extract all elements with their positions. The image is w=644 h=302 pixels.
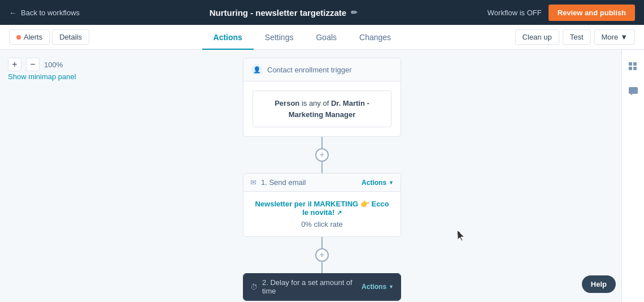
tab-changes[interactable]: Changes [348,26,402,50]
click-rate: 0% click rate [253,220,391,228]
svg-rect-3 [633,67,637,70]
send-email-header: ✉ 1. Send email Actions ▼ [243,174,401,192]
test-button[interactable]: Test [563,29,591,45]
trigger-header-label: Contact enrollment trigger [267,66,352,74]
back-label: Back to workflows [21,8,80,17]
send-email-actions-label: Actions [362,179,386,187]
zoom-percentage: 100% [44,61,63,69]
trigger-is-any-of: is any of [299,99,331,107]
svg-rect-4 [629,87,638,94]
add-step-button-1[interactable]: + [315,148,329,162]
trigger-condition: Person is any of Dr. Martin - Marketing … [253,90,391,127]
delay-header: ⏱ 2. Delay for a set amount of time Acti… [243,274,401,300]
chat-icon[interactable] [622,80,645,103]
email-icon: ✉ [250,178,256,187]
add-step-button-2[interactable]: + [315,248,329,262]
connector-line-4 [321,262,323,273]
delay-actions-label: Actions [362,283,386,291]
send-email-actions-chevron-icon: ▼ [389,180,394,185]
help-button[interactable]: Help [582,275,616,293]
svg-rect-0 [629,62,632,66]
review-publish-button[interactable]: Review and publish [549,5,635,21]
delay-clock-icon: ⏱ [250,283,258,291]
more-label: More [602,33,619,41]
workflow-title-area: Nurturing - newsletter targetizzate ✏ [210,8,358,18]
zoom-out-button[interactable]: − [26,58,40,71]
workflow-canvas: + − 100% Show minimap panel 👤 Contact en… [0,50,644,302]
delay-step-label: 2. Delay for a set amount of time [262,278,362,295]
send-email-actions-dropdown[interactable]: Actions ▼ [362,179,394,187]
details-button[interactable]: Details [52,29,89,45]
email-arrow-icon: 👉 [360,200,372,208]
delay-actions-chevron-icon: ▼ [389,284,394,290]
trigger-node: 👤 Contact enrollment trigger Person is a… [243,58,401,137]
right-panel: ​ [621,50,644,302]
delay-header-left: ⏱ 2. Delay for a set amount of time [250,278,362,295]
edit-title-icon[interactable]: ✏ [351,8,358,17]
connector-line-1 [321,137,323,148]
workflow-title: Nurturing - newsletter targetizzate [210,8,347,18]
delay-actions-dropdown[interactable]: Actions ▼ [362,283,394,291]
send-email-body: Newsletter per il MARKETING 👉 Ecco le no… [243,192,401,236]
email-title: Newsletter per il MARKETING [255,200,358,208]
email-newsletter-link[interactable]: Newsletter per il MARKETING 👉 Ecco le no… [253,200,391,217]
connector-line-2 [321,162,323,173]
tab-settings[interactable]: Settings [254,26,305,50]
send-email-header-left: ✉ 1. Send email [250,178,306,187]
alerts-label: Alerts [24,33,42,41]
svg-rect-1 [633,62,637,66]
back-arrow-icon: ← [9,8,16,17]
zoom-in-button[interactable]: + [8,58,21,71]
subnav-right: Clean up Test More ▼ [515,29,635,45]
zoom-controls: + − 100% [8,58,63,71]
header-right-area: Workflow is OFF Review and publish [488,5,635,21]
details-label: Details [59,33,82,41]
delay-node: ⏱ 2. Delay for a set amount of time Acti… [243,273,401,301]
grid-view-icon[interactable]: ​ [622,55,645,78]
subnav-left: Alerts Details [9,29,89,45]
trigger-header: 👤 Contact enrollment trigger [243,58,401,81]
top-header: ← Back to workflows Nurturing - newslett… [0,0,644,25]
connector-1: + [315,137,329,173]
tab-goals[interactable]: Goals [304,26,348,50]
connector-2: + [315,237,329,273]
workflow-nodes: 👤 Contact enrollment trigger Person is a… [0,50,644,302]
alerts-dot [16,35,21,40]
subnav: Alerts Details Actions Settings Goals Ch… [0,25,644,50]
more-chevron-icon: ▼ [620,33,628,41]
trigger-person-label: Person [275,99,299,107]
svg-rect-2 [629,67,632,70]
trigger-body: Person is any of Dr. Martin - Marketing … [243,81,401,136]
svg-marker-5 [630,94,632,96]
clean-up-button[interactable]: Clean up [515,29,559,45]
workflow-status: Workflow is OFF [488,8,542,17]
send-email-step-label: 1. Send email [261,178,306,187]
show-minimap-button[interactable]: Show minimap panel [8,72,76,81]
person-icon: 👤 [251,64,263,75]
tab-actions[interactable]: Actions [202,26,254,50]
alerts-button[interactable]: Alerts [9,29,50,45]
more-button[interactable]: More ▼ [594,29,636,45]
tab-bar: Actions Settings Goals Changes [202,25,403,49]
back-to-workflows-button[interactable]: ← Back to workflows [9,8,80,17]
send-email-node: ✉ 1. Send email Actions ▼ Newsletter per… [243,173,401,237]
connector-line-3 [321,237,323,248]
external-link-icon: ↗ [337,209,342,216]
